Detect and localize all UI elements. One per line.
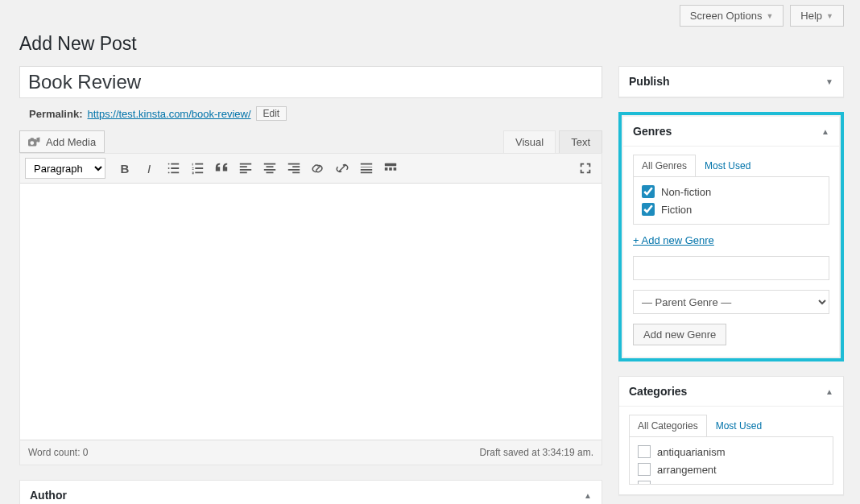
svg-rect-3 <box>394 167 397 171</box>
add-new-genre-button[interactable]: Add new Genre <box>633 324 726 345</box>
category-label: asmodeus <box>657 481 705 485</box>
publish-panel-header[interactable]: Publish ▼ <box>619 67 843 97</box>
italic-icon[interactable]: I <box>138 157 160 180</box>
category-checkbox[interactable] <box>638 463 651 476</box>
bullet-list-icon[interactable] <box>162 157 184 180</box>
tab-most-used-categories[interactable]: Most Used <box>707 415 771 436</box>
triangle-up-icon: ▲ <box>825 387 833 396</box>
genres-panel-header[interactable]: Genres ▲ <box>623 117 839 147</box>
tab-all-categories[interactable]: All Categories <box>629 415 707 436</box>
genre-label: Fiction <box>661 204 692 216</box>
category-checkbox[interactable] <box>638 481 651 485</box>
numbered-list-icon[interactable] <box>186 157 209 180</box>
categories-panel-title: Categories <box>629 385 687 398</box>
genres-panel-title: Genres <box>633 125 672 138</box>
draft-status: Draft saved at 3:34:19 am. <box>480 447 593 458</box>
post-title-input[interactable] <box>19 66 602 98</box>
genre-checkbox[interactable] <box>642 185 655 198</box>
svg-rect-0 <box>385 163 396 167</box>
toolbar-toggle-icon[interactable] <box>379 157 402 180</box>
chevron-down-icon: ▼ <box>826 12 833 20</box>
add-new-genre-link[interactable]: + Add new Genre <box>633 234 714 246</box>
help-button[interactable]: Help ▼ <box>790 5 844 27</box>
author-panel-header[interactable]: Author ▲ <box>20 481 602 504</box>
permalink-edit-button[interactable]: Edit <box>256 106 287 121</box>
category-checkbox[interactable] <box>638 445 651 458</box>
align-center-icon[interactable] <box>258 157 281 180</box>
tab-all-genres[interactable]: All Genres <box>633 155 696 176</box>
publish-panel: Publish ▼ <box>618 66 844 97</box>
genres-highlight: Genres ▲ All Genres Most Used Non-fictio… <box>618 112 844 361</box>
quote-icon[interactable] <box>210 157 233 180</box>
new-genre-input[interactable] <box>633 256 829 280</box>
author-panel-title: Author <box>30 489 67 502</box>
editor-toolbar: Paragraph B I <box>20 154 602 184</box>
svg-rect-1 <box>385 167 388 171</box>
unlink-icon[interactable] <box>331 157 354 180</box>
permalink-url[interactable]: https://test.kinsta.com/book-review/ <box>87 108 250 120</box>
categories-panel-header[interactable]: Categories ▲ <box>619 377 843 407</box>
insert-more-icon[interactable] <box>355 157 378 180</box>
word-count: Word count: 0 <box>28 447 88 458</box>
fullscreen-icon[interactable] <box>574 157 597 180</box>
add-media-label: Add Media <box>46 136 96 148</box>
triangle-up-icon: ▲ <box>821 127 829 136</box>
link-icon[interactable] <box>307 157 329 180</box>
category-item: antiquarianism <box>638 445 825 458</box>
tab-text[interactable]: Text <box>559 130 602 153</box>
categories-panel: Categories ▲ All Categories Most Used an… <box>618 376 844 495</box>
parent-genre-select[interactable]: — Parent Genre — <box>633 290 829 314</box>
author-panel: Author ▲ <box>19 480 602 504</box>
category-item: arrangement <box>638 463 825 476</box>
chevron-down-icon: ▼ <box>766 12 773 20</box>
align-left-icon[interactable] <box>234 157 257 180</box>
bold-icon[interactable]: B <box>114 157 136 180</box>
permalink-label: Permalink: <box>29 108 82 120</box>
svg-rect-2 <box>389 167 392 171</box>
genre-item: Fiction <box>642 203 821 216</box>
genre-item: Non-fiction <box>642 185 821 198</box>
genre-label: Non-fiction <box>661 186 711 198</box>
tab-most-used-genres[interactable]: Most Used <box>696 155 759 176</box>
genres-list: Non-fiction Fiction <box>633 176 829 225</box>
categories-list: antiquarianism arrangement asmodeus <box>629 436 833 485</box>
publish-panel-title: Publish <box>629 75 670 88</box>
category-label: arrangement <box>657 464 717 476</box>
page-title: Add New Post <box>19 33 844 55</box>
align-right-icon[interactable] <box>283 157 305 180</box>
triangle-up-icon: ▲ <box>584 491 592 500</box>
screen-options-label: Screen Options <box>690 10 763 22</box>
genre-checkbox[interactable] <box>642 203 655 216</box>
add-media-button[interactable]: Add Media <box>19 130 105 153</box>
camera-music-icon <box>28 135 41 148</box>
screen-options-button[interactable]: Screen Options ▼ <box>680 5 784 27</box>
category-label: antiquarianism <box>657 446 726 458</box>
category-item: asmodeus <box>638 481 825 485</box>
triangle-down-icon: ▼ <box>825 77 833 86</box>
genres-panel: Genres ▲ All Genres Most Used Non-fictio… <box>623 117 839 357</box>
format-select[interactable]: Paragraph <box>25 158 105 179</box>
editor-content[interactable] <box>20 184 602 440</box>
help-label: Help <box>800 10 822 22</box>
tab-visual[interactable]: Visual <box>503 130 556 153</box>
